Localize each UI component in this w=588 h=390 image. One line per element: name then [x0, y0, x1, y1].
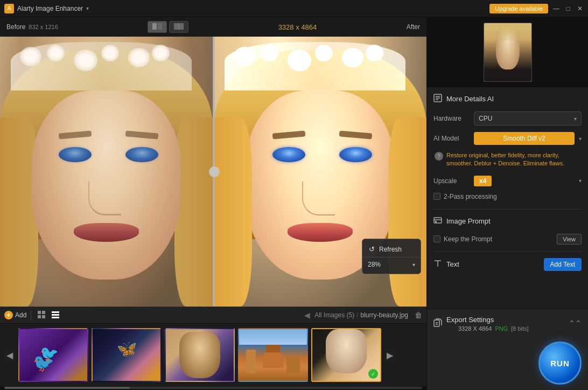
svg-rect-8 — [52, 311, 59, 313]
view-icons — [36, 310, 61, 321]
hardware-chevron: ▾ — [574, 116, 577, 122]
right-panel: More Details AI Hardware CPU ▾ AI Model … — [426, 17, 588, 390]
view-button[interactable]: View — [557, 234, 582, 245]
two-pass-checkbox[interactable] — [433, 193, 440, 200]
active-thumb-check: ✓ — [368, 369, 378, 379]
hardware-control: CPU ▾ — [474, 112, 582, 126]
image-prompt-section: Image Prompt Keep the Prompt View — [433, 216, 582, 245]
run-container: RUN — [427, 337, 588, 390]
export-bits: [8 bits] — [511, 325, 528, 332]
export-left: Export Settings 3328 X 4864 PNG [8 bits] — [433, 315, 529, 332]
preview-thumbnail — [427, 17, 588, 87]
two-pass-row: 2-Pass processing — [433, 193, 582, 200]
more-details-title: More Details AI — [446, 95, 494, 103]
upgrade-button[interactable]: Upgrade available — [489, 4, 548, 13]
export-header: Export Settings 3328 X 4864 PNG [8 bits]… — [433, 315, 582, 332]
filmstrip-next-button[interactable]: ▶ — [384, 348, 395, 363]
upscale-row: Upscale x4 ▾ — [433, 176, 582, 186]
titlebar-left: A Aiarty Image Enhancer ▾ — [4, 4, 89, 13]
upscale-badge: x4 — [474, 176, 492, 186]
side-view-button[interactable] — [169, 21, 188, 33]
image-prompt-icon — [433, 216, 442, 226]
keep-prompt-row: Keep the Prompt View — [433, 234, 582, 245]
split-handle[interactable] — [209, 166, 220, 177]
thumbnail-city[interactable] — [238, 328, 308, 382]
refresh-label: Refresh — [379, 246, 402, 253]
export-section: Export Settings 3328 X 4864 PNG [8 bits]… — [427, 309, 588, 337]
breadcrumb: ◀ All Images (5) / blurry-beauty.jpg 🗑 — [304, 311, 422, 319]
section-divider-2 — [433, 251, 582, 252]
upscale-chevron: ▾ — [579, 178, 582, 184]
more-details-header: More Details AI — [433, 94, 582, 104]
text-section-header: Text Add Text — [433, 258, 582, 271]
keep-prompt-checkbox[interactable] — [433, 235, 440, 242]
hardware-value: CPU — [479, 115, 492, 122]
zoom-label: 28% — [368, 261, 381, 268]
output-resolution: 3328 x 4864 — [278, 23, 317, 31]
titlebar: A Aiarty Image Enhancer ▾ Upgrade availa… — [0, 0, 588, 17]
ai-model-chevron: ▾ — [579, 136, 582, 142]
export-collapse-button[interactable]: ⌃⌃ — [569, 319, 582, 328]
add-text-button[interactable]: Add Text — [544, 258, 582, 271]
close-button[interactable]: ✕ — [576, 5, 584, 12]
keep-prompt-label: Keep the Prompt — [444, 235, 492, 243]
upscale-label: Upscale — [433, 177, 474, 185]
export-format: PNG — [495, 325, 508, 332]
split-divider[interactable] — [213, 37, 215, 307]
add-button[interactable]: + Add — [4, 311, 26, 319]
thumbnail-bride[interactable]: ✓ — [311, 328, 381, 382]
filmstrip-scrollbar[interactable] — [0, 387, 426, 390]
refresh-item[interactable]: ↺ Refresh — [362, 242, 421, 256]
skin-area — [32, 90, 181, 280]
image-prompt-title: Image Prompt — [446, 217, 491, 225]
svg-rect-9 — [52, 314, 59, 316]
filmstrip-toolbar: + Add ◀ All Images (5) / — [0, 307, 426, 324]
zoom-chevron[interactable]: ▾ — [412, 262, 415, 268]
ai-model-control: Smooth Diff v2 ▾ — [474, 132, 582, 145]
after-label: After — [407, 23, 420, 31]
run-button[interactable]: RUN — [538, 342, 582, 385]
grid-view-button[interactable] — [36, 310, 47, 321]
breadcrumb-all[interactable]: All Images (5) — [314, 311, 354, 319]
export-dimensions: 3328 X 4864 — [458, 325, 492, 332]
maximize-button[interactable]: □ — [564, 5, 572, 12]
upscale-control: x4 ▾ — [474, 176, 582, 186]
split-view-button[interactable] — [148, 21, 167, 33]
ai-description: Restore original, better fidelity, more … — [446, 151, 582, 168]
thumbnail-butterfly[interactable]: 🦋 — [92, 328, 162, 382]
app-logo: A — [4, 4, 14, 13]
minimize-button[interactable]: — — [552, 5, 560, 12]
export-title-group: Export Settings 3328 X 4864 PNG [8 bits] — [446, 315, 529, 332]
delete-button[interactable]: 🗑 — [415, 311, 422, 319]
app-title: Aiarty Image Enhancer — [17, 5, 83, 12]
ai-model-row: AI Model Smooth Diff v2 ▾ — [433, 132, 582, 145]
settings-panel: More Details AI Hardware CPU ▾ AI Model … — [427, 87, 588, 309]
before-label: Before — [6, 23, 25, 31]
text-section-title: Text — [446, 260, 459, 268]
breadcrumb-back-button[interactable]: ◀ — [304, 311, 310, 319]
help-icon[interactable]: ? — [435, 152, 443, 161]
hardware-dropdown[interactable]: CPU ▾ — [474, 112, 582, 126]
svg-rect-0 — [152, 23, 157, 30]
app-menu-chevron[interactable]: ▾ — [86, 5, 89, 11]
scroll-thumb[interactable] — [4, 387, 130, 389]
image-canvas: ↺ Refresh 28% ▾ — [0, 37, 426, 307]
main-layout: Before 832 x 1216 3328 x 4864 After — [0, 17, 588, 390]
svg-rect-5 — [42, 311, 45, 314]
bottom-area: + Add ◀ All Images (5) / — [0, 307, 426, 390]
ai-model-button[interactable]: Smooth Diff v2 — [474, 132, 575, 145]
toolbar-divider — [31, 310, 31, 320]
list-view-button[interactable] — [50, 310, 61, 321]
filmstrip-prev-button[interactable]: ◀ — [4, 348, 15, 363]
view-toggle — [148, 21, 188, 33]
left-panel: Before 832 x 1216 3328 x 4864 After — [0, 17, 426, 390]
before-portrait — [0, 37, 213, 307]
hardware-label: Hardware — [433, 115, 474, 122]
thumbnail-woman[interactable] — [165, 328, 235, 382]
svg-rect-7 — [42, 315, 45, 318]
svg-rect-20 — [434, 320, 439, 326]
before-dimensions: 832 x 1216 — [29, 24, 58, 30]
ai-model-label: AI Model — [433, 135, 474, 142]
thumbnail-bird[interactable]: 🐦 — [18, 328, 88, 382]
svg-rect-6 — [38, 315, 41, 318]
